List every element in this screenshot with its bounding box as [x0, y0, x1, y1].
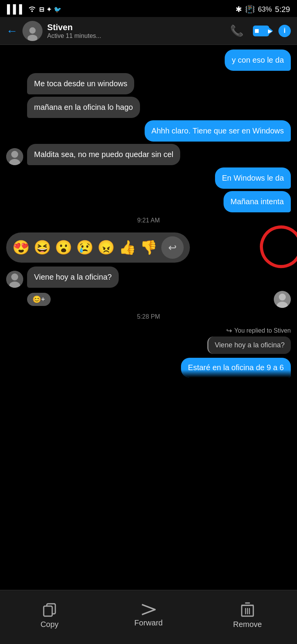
message-row: Ahhh claro. Tiene que ser en Windows [6, 120, 291, 142]
call-button[interactable]: 📞 [230, 24, 244, 37]
forward-action[interactable]: Forward [99, 604, 197, 627]
reaction-wow[interactable]: 😮 [55, 241, 72, 255]
status-bar: ▌▌▌ ⊟ ✦ 🐦 ✱ 📳 63% 5:29 [0, 0, 297, 17]
annotation-circle [255, 221, 297, 273]
forward-icon [141, 604, 156, 615]
copy-icon [42, 602, 57, 617]
sim-icon: ⊟ [39, 6, 44, 13]
received-bubble: Me toca desde un windows [27, 73, 134, 94]
sent-bubble: En Windows le da [215, 167, 291, 189]
header-icons: 📞 ■ i [230, 24, 291, 37]
signal-icon: ▌▌▌ [7, 4, 25, 14]
message-row: mañana en la oficina lo hago [6, 97, 291, 118]
remove-label: Remove [233, 620, 262, 629]
back-button[interactable]: ← [6, 24, 18, 38]
svg-rect-12 [44, 606, 52, 616]
message-row: Me toca desde un windows [6, 73, 291, 94]
contact-status: Active 11 minutes... [47, 32, 225, 39]
twitter-icon: 🐦 [54, 6, 61, 13]
status-right: ✱ 📳 63% 5:29 [236, 5, 290, 14]
reactions-container: 😍 😆 😮 😢 😠 👍 👎 ↩ [6, 232, 291, 263]
sent-bubble: y con eso le da [225, 50, 291, 71]
reaction-angry[interactable]: 😠 [97, 241, 115, 255]
contact-avatar-small [6, 148, 23, 165]
add-emoji-button[interactable]: 😊+ [27, 293, 51, 306]
reaction-haha[interactable]: 😆 [34, 241, 51, 255]
contact-avatar-small [6, 271, 23, 288]
reaction-thumbsup[interactable]: 👍 [119, 241, 136, 255]
time-display: 5:29 [275, 5, 290, 14]
svg-point-9 [279, 294, 286, 301]
chat-header: ← Stiven Active 11 minutes... 📞 ■ i [0, 17, 297, 45]
message-row: Mañana intenta [6, 191, 291, 212]
forward-label: Forward [134, 618, 162, 627]
video-call-button[interactable]: ■ [253, 26, 269, 36]
own-avatar-small [274, 291, 291, 308]
bluetooth-icon: ✦ [46, 6, 51, 13]
svg-point-1 [27, 34, 37, 41]
remove-action[interactable]: Remove [198, 602, 296, 629]
vibrate-icon: 📳 [245, 5, 255, 14]
sent-bubble: Mañana intenta [224, 191, 291, 212]
status-left: ▌▌▌ ⊟ ✦ 🐦 [7, 4, 61, 14]
contact-name: Stiven [47, 22, 225, 32]
received-bubble: Maldita sea, no me puedo quedar sin cel [27, 144, 180, 165]
sent-bubble: Ahhh claro. Tiene que ser en Windows [145, 120, 291, 142]
message-row: Maldita sea, no me puedo quedar sin cel [6, 144, 291, 165]
timestamp: 9:21 AM [6, 217, 291, 224]
svg-point-6 [11, 273, 18, 280]
remove-icon [241, 602, 254, 617]
received-bubble: Viene hoy a la oficina? [27, 266, 119, 288]
chat-area: y con eso le da Me toca desde un windows… [0, 45, 297, 590]
timestamp-bottom: 5:28 PM [6, 313, 291, 320]
quoted-message: Viene hoy a la oficina? [207, 337, 291, 354]
reactions-bar: 😍 😆 😮 😢 😠 👍 👎 ↩ [6, 232, 190, 263]
wifi-icon [27, 5, 37, 14]
message-row: Estaré en la oficina de 9 a 6 [6, 358, 291, 378]
copy-action[interactable]: Copy [0, 602, 98, 629]
bottom-action-bar: Copy Forward Remove [0, 590, 297, 644]
svg-point-3 [11, 151, 18, 158]
reply-quote-container: You replied to Stiven Viene hoy a la ofi… [6, 326, 291, 354]
received-bubble: mañana en la oficina lo hago [27, 97, 140, 118]
message-row: Viene hoy a la oficina? [6, 266, 291, 288]
reply-button[interactable]: ↩ [161, 236, 184, 259]
reaction-thumbsdown[interactable]: 👎 [140, 241, 157, 255]
bluetooth-status-icon: ✱ [236, 5, 242, 14]
svg-point-0 [29, 27, 36, 33]
message-row: y con eso le da [6, 50, 291, 71]
contact-info: Stiven Active 11 minutes... [47, 22, 225, 39]
reaction-sad[interactable]: 😢 [76, 241, 94, 255]
contact-avatar[interactable] [22, 21, 43, 41]
battery-indicator: 63% [258, 5, 272, 14]
copy-label: Copy [41, 620, 59, 629]
partial-sent-bubble: Estaré en la oficina de 9 a 6 [181, 358, 291, 378]
reaction-love[interactable]: 😍 [12, 241, 30, 255]
message-row: En Windows le da [6, 167, 291, 189]
info-button[interactable]: i [278, 25, 291, 37]
reply-indicator: You replied to Stiven [226, 326, 291, 335]
